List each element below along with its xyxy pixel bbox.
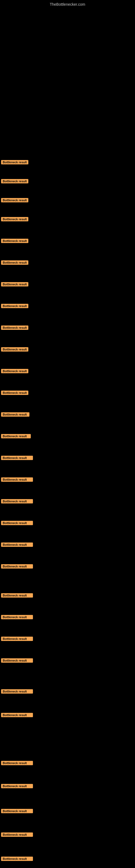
site-title: TheBottlenecker.com — [0, 0, 135, 8]
bottleneck-label: Bottleneck result — [1, 239, 28, 243]
bottleneck-label: Bottleneck result — [1, 637, 33, 641]
bottleneck-result-item: Bottleneck result — [1, 760, 33, 765]
bottleneck-result-item: Bottleneck result — [1, 179, 28, 183]
bottleneck-label: Bottleneck result — [1, 347, 28, 351]
bottleneck-result-item: Bottleneck result — [1, 260, 28, 265]
bottleneck-result-item: Bottleneck result — [1, 238, 28, 243]
bottleneck-result-item: Bottleneck result — [1, 347, 28, 351]
bottleneck-result-item: Bottleneck result — [1, 197, 28, 203]
bottleneck-label: Bottleneck result — [1, 784, 33, 788]
bottleneck-result-item: Bottleneck result — [1, 636, 33, 641]
bottleneck-label: Bottleneck result — [1, 456, 33, 460]
bottleneck-result-item: Bottleneck result — [1, 593, 33, 597]
bottleneck-label: Bottleneck result — [1, 369, 28, 373]
bottleneck-result-item: Bottleneck result — [1, 455, 33, 460]
bottleneck-result-item: Bottleneck result — [1, 433, 31, 438]
bottleneck-result-item: Bottleneck result — [1, 542, 33, 547]
bottleneck-label: Bottleneck result — [1, 179, 28, 183]
bottleneck-label: Bottleneck result — [1, 160, 28, 164]
bottleneck-result-item: Bottleneck result — [1, 477, 33, 482]
bottleneck-result-item: Bottleneck result — [1, 390, 28, 395]
bottleneck-label: Bottleneck result — [1, 499, 33, 503]
bottleneck-label: Bottleneck result — [1, 304, 28, 308]
bottleneck-result-item: Bottleneck result — [1, 614, 33, 619]
bottleneck-label: Bottleneck result — [1, 260, 28, 265]
bottleneck-result-item: Bottleneck result — [1, 282, 28, 286]
bottleneck-label: Bottleneck result — [1, 477, 33, 482]
bottleneck-result-item: Bottleneck result — [1, 216, 28, 221]
bottleneck-result-item: Bottleneck result — [1, 368, 28, 373]
bottleneck-result-item: Bottleneck result — [1, 412, 30, 416]
bottleneck-result-item: Bottleneck result — [1, 499, 33, 503]
bottleneck-result-item: Bottleneck result — [1, 783, 33, 788]
bottleneck-result-item: Bottleneck result — [1, 689, 33, 693]
bottleneck-label: Bottleneck result — [1, 282, 28, 286]
bottleneck-label: Bottleneck result — [1, 833, 33, 837]
bottleneck-result-item: Bottleneck result — [1, 564, 33, 568]
bottleneck-result-item: Bottleneck result — [1, 159, 28, 164]
bottleneck-label: Bottleneck result — [1, 593, 33, 597]
bottleneck-label: Bottleneck result — [1, 761, 33, 765]
bottleneck-result-item: Bottleneck result — [1, 520, 33, 525]
bottleneck-label: Bottleneck result — [1, 809, 33, 813]
bottleneck-result-item: Bottleneck result — [1, 832, 33, 837]
bottleneck-label: Bottleneck result — [1, 857, 33, 861]
bottleneck-label: Bottleneck result — [1, 564, 33, 568]
bottleneck-result-item: Bottleneck result — [1, 856, 33, 861]
bottleneck-label: Bottleneck result — [1, 521, 33, 525]
bottleneck-label: Bottleneck result — [1, 391, 28, 395]
bottleneck-label: Bottleneck result — [1, 542, 33, 547]
bottleneck-label: Bottleneck result — [1, 412, 30, 416]
bottleneck-label: Bottleneck result — [1, 326, 28, 330]
bottleneck-result-item: Bottleneck result — [1, 712, 33, 717]
bottleneck-label: Bottleneck result — [1, 198, 28, 203]
bottleneck-result-item: Bottleneck result — [1, 303, 28, 308]
bottleneck-label: Bottleneck result — [1, 689, 33, 693]
bottleneck-label: Bottleneck result — [1, 615, 33, 619]
site-title-text: TheBottlenecker.com — [50, 2, 85, 6]
bottleneck-label: Bottleneck result — [1, 217, 28, 221]
bottleneck-label: Bottleneck result — [1, 713, 33, 717]
bottleneck-result-item: Bottleneck result — [1, 325, 28, 330]
bottleneck-result-item: Bottleneck result — [1, 808, 33, 813]
bottleneck-label: Bottleneck result — [1, 658, 33, 663]
bottleneck-result-item: Bottleneck result — [1, 658, 33, 663]
bottleneck-label: Bottleneck result — [1, 434, 31, 438]
